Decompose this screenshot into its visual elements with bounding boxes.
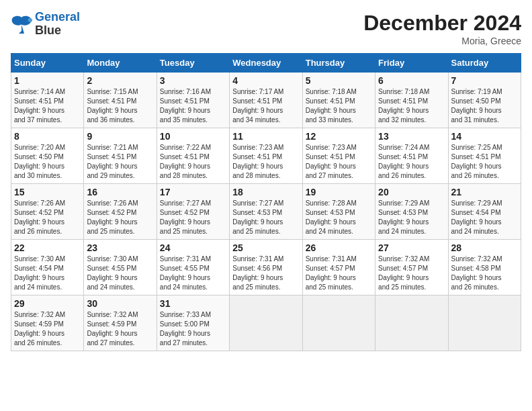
day-number: 13 xyxy=(378,131,445,142)
day-cell: 30Sunrise: 7:32 AMSunset: 4:59 PMDayligh… xyxy=(84,295,157,351)
day-number: 28 xyxy=(451,242,518,253)
day-cell: 10Sunrise: 7:22 AMSunset: 4:51 PMDayligh… xyxy=(157,128,229,184)
day-cell: 5Sunrise: 7:18 AMSunset: 4:51 PMDaylight… xyxy=(302,73,375,128)
calendar-row: 1Sunrise: 7:14 AMSunset: 4:51 PMDaylight… xyxy=(11,73,521,128)
day-cell: 9Sunrise: 7:21 AMSunset: 4:51 PMDaylight… xyxy=(84,128,157,184)
logo-text: General Blue xyxy=(35,11,80,38)
day-number: 21 xyxy=(451,187,518,197)
day-cell: 17Sunrise: 7:27 AMSunset: 4:52 PMDayligh… xyxy=(157,184,229,240)
day-cell: 2Sunrise: 7:15 AMSunset: 4:51 PMDaylight… xyxy=(84,73,157,128)
day-number: 11 xyxy=(232,131,299,142)
day-info: Sunrise: 7:21 AMSunset: 4:51 PMDaylight:… xyxy=(87,143,153,181)
day-info: Sunrise: 7:31 AMSunset: 4:57 PMDaylight:… xyxy=(306,255,372,292)
calendar-row: 22Sunrise: 7:30 AMSunset: 4:54 PMDayligh… xyxy=(11,240,521,295)
day-cell: 1Sunrise: 7:14 AMSunset: 4:51 PMDaylight… xyxy=(11,73,84,128)
day-info: Sunrise: 7:18 AMSunset: 4:51 PMDaylight:… xyxy=(306,87,372,125)
day-number: 3 xyxy=(160,75,226,86)
day-number: 14 xyxy=(451,131,518,142)
calendar-table: Sunday Monday Tuesday Wednesday Thursday… xyxy=(11,53,521,351)
day-number: 4 xyxy=(232,75,299,86)
day-number: 25 xyxy=(232,242,299,253)
day-cell: 28Sunrise: 7:32 AMSunset: 4:58 PMDayligh… xyxy=(448,240,521,295)
location: Moria, Greece xyxy=(363,36,521,46)
day-cell: 8Sunrise: 7:20 AMSunset: 4:50 PMDaylight… xyxy=(11,128,84,184)
day-number: 29 xyxy=(14,298,81,309)
day-number: 19 xyxy=(306,187,372,197)
empty-cell xyxy=(230,295,302,351)
day-info: Sunrise: 7:23 AMSunset: 4:51 PMDaylight:… xyxy=(306,143,372,181)
day-cell: 11Sunrise: 7:23 AMSunset: 4:51 PMDayligh… xyxy=(230,128,302,184)
month-title: December 2024 xyxy=(363,11,521,36)
day-cell: 3Sunrise: 7:16 AMSunset: 4:51 PMDaylight… xyxy=(157,73,229,128)
empty-cell xyxy=(302,295,375,351)
day-info: Sunrise: 7:32 AMSunset: 4:59 PMDaylight:… xyxy=(14,310,81,348)
day-cell: 15Sunrise: 7:26 AMSunset: 4:52 PMDayligh… xyxy=(11,184,84,240)
day-cell: 22Sunrise: 7:30 AMSunset: 4:54 PMDayligh… xyxy=(11,240,84,295)
day-info: Sunrise: 7:26 AMSunset: 4:52 PMDaylight:… xyxy=(14,199,81,236)
day-info: Sunrise: 7:31 AMSunset: 4:55 PMDaylight:… xyxy=(160,255,226,292)
day-info: Sunrise: 7:30 AMSunset: 4:55 PMDaylight:… xyxy=(87,255,153,292)
day-cell: 12Sunrise: 7:23 AMSunset: 4:51 PMDayligh… xyxy=(302,128,375,184)
day-cell: 19Sunrise: 7:28 AMSunset: 4:53 PMDayligh… xyxy=(302,184,375,240)
calendar-row: 8Sunrise: 7:20 AMSunset: 4:50 PMDaylight… xyxy=(11,128,521,184)
day-number: 20 xyxy=(378,187,445,197)
col-tuesday: Tuesday xyxy=(157,54,229,73)
day-number: 22 xyxy=(14,242,81,253)
day-cell: 14Sunrise: 7:25 AMSunset: 4:51 PMDayligh… xyxy=(448,128,521,184)
col-wednesday: Wednesday xyxy=(230,54,302,73)
calendar-row: 29Sunrise: 7:32 AMSunset: 4:59 PMDayligh… xyxy=(11,295,521,351)
day-cell: 26Sunrise: 7:31 AMSunset: 4:57 PMDayligh… xyxy=(302,240,375,295)
day-info: Sunrise: 7:30 AMSunset: 4:54 PMDaylight:… xyxy=(14,255,81,292)
day-number: 31 xyxy=(160,298,226,309)
day-number: 30 xyxy=(87,298,153,309)
col-sunday: Sunday xyxy=(11,54,84,73)
day-cell: 23Sunrise: 7:30 AMSunset: 4:55 PMDayligh… xyxy=(84,240,157,295)
day-cell: 21Sunrise: 7:29 AMSunset: 4:54 PMDayligh… xyxy=(448,184,521,240)
day-cell: 29Sunrise: 7:32 AMSunset: 4:59 PMDayligh… xyxy=(11,295,84,351)
day-cell: 18Sunrise: 7:27 AMSunset: 4:53 PMDayligh… xyxy=(230,184,302,240)
day-number: 24 xyxy=(160,242,226,253)
col-monday: Monday xyxy=(84,54,157,73)
day-number: 9 xyxy=(87,131,153,142)
day-cell: 4Sunrise: 7:17 AMSunset: 4:51 PMDaylight… xyxy=(230,73,302,128)
col-thursday: Thursday xyxy=(302,54,375,73)
day-info: Sunrise: 7:22 AMSunset: 4:51 PMDaylight:… xyxy=(160,143,226,181)
day-info: Sunrise: 7:32 AMSunset: 4:58 PMDaylight:… xyxy=(451,255,518,292)
day-cell: 31Sunrise: 7:33 AMSunset: 5:00 PMDayligh… xyxy=(157,295,229,351)
day-info: Sunrise: 7:17 AMSunset: 4:51 PMDaylight:… xyxy=(232,87,299,125)
day-cell: 7Sunrise: 7:19 AMSunset: 4:50 PMDaylight… xyxy=(448,73,521,128)
day-info: Sunrise: 7:28 AMSunset: 4:53 PMDaylight:… xyxy=(306,199,372,236)
day-number: 8 xyxy=(14,131,81,142)
day-number: 6 xyxy=(378,75,445,86)
logo-icon xyxy=(11,15,32,34)
day-number: 2 xyxy=(87,75,153,86)
title-block: December 2024 Moria, Greece xyxy=(363,11,521,46)
page-header: General Blue December 2024 Moria, Greece xyxy=(11,11,521,46)
day-info: Sunrise: 7:18 AMSunset: 4:51 PMDaylight:… xyxy=(378,87,445,125)
empty-cell xyxy=(448,295,521,351)
day-cell: 24Sunrise: 7:31 AMSunset: 4:55 PMDayligh… xyxy=(157,240,229,295)
day-number: 7 xyxy=(451,75,518,86)
day-info: Sunrise: 7:32 AMSunset: 4:59 PMDaylight:… xyxy=(87,310,153,348)
day-number: 12 xyxy=(306,131,372,142)
day-info: Sunrise: 7:32 AMSunset: 4:57 PMDaylight:… xyxy=(378,255,445,292)
day-info: Sunrise: 7:19 AMSunset: 4:50 PMDaylight:… xyxy=(451,87,518,125)
col-friday: Friday xyxy=(375,54,448,73)
day-number: 1 xyxy=(14,75,81,86)
day-info: Sunrise: 7:15 AMSunset: 4:51 PMDaylight:… xyxy=(87,87,153,125)
day-cell: 6Sunrise: 7:18 AMSunset: 4:51 PMDaylight… xyxy=(375,73,448,128)
day-number: 23 xyxy=(87,242,153,253)
day-info: Sunrise: 7:24 AMSunset: 4:51 PMDaylight:… xyxy=(378,143,445,181)
calendar-body: 1Sunrise: 7:14 AMSunset: 4:51 PMDaylight… xyxy=(11,73,521,351)
day-info: Sunrise: 7:16 AMSunset: 4:51 PMDaylight:… xyxy=(160,87,226,125)
day-cell: 13Sunrise: 7:24 AMSunset: 4:51 PMDayligh… xyxy=(375,128,448,184)
day-number: 10 xyxy=(160,131,226,142)
day-info: Sunrise: 7:33 AMSunset: 5:00 PMDaylight:… xyxy=(160,310,226,348)
day-info: Sunrise: 7:29 AMSunset: 4:54 PMDaylight:… xyxy=(451,199,518,236)
col-saturday: Saturday xyxy=(448,54,521,73)
day-cell: 20Sunrise: 7:29 AMSunset: 4:53 PMDayligh… xyxy=(375,184,448,240)
day-info: Sunrise: 7:25 AMSunset: 4:51 PMDaylight:… xyxy=(451,143,518,181)
calendar-header-row: Sunday Monday Tuesday Wednesday Thursday… xyxy=(11,54,521,73)
day-info: Sunrise: 7:26 AMSunset: 4:52 PMDaylight:… xyxy=(87,199,153,236)
day-number: 27 xyxy=(378,242,445,253)
